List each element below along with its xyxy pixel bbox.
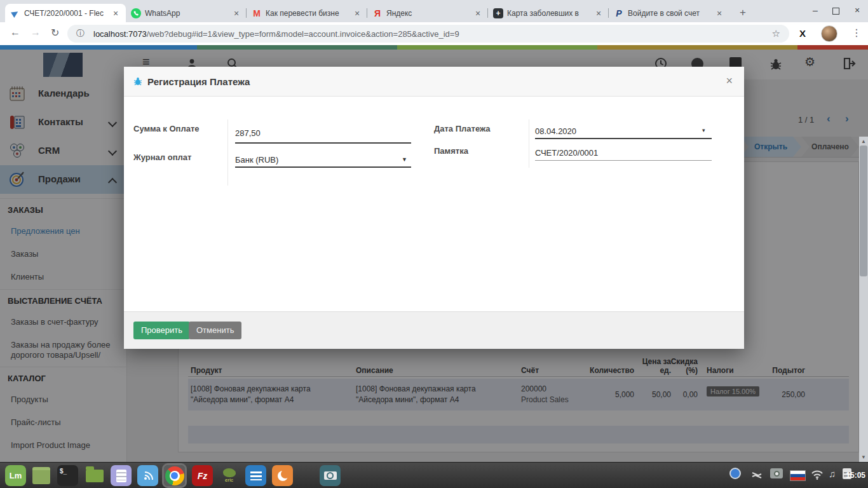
bookmark-star-icon[interactable]: ☆ xyxy=(772,28,780,39)
audio-music-icon[interactable]: ♫ xyxy=(829,468,836,479)
reload-icon[interactable]: ↻ xyxy=(51,27,59,39)
remote-viewer-icon[interactable] xyxy=(137,465,158,486)
memo-label: Памятка xyxy=(434,146,468,156)
chrome-icon[interactable] xyxy=(164,465,185,486)
tab-close-icon[interactable]: × xyxy=(352,8,362,18)
flectra-favicon xyxy=(10,8,20,18)
journal-underline xyxy=(235,166,411,168)
payment-date-label: Дата Платежа xyxy=(434,124,491,133)
forward-icon[interactable]: → xyxy=(31,27,41,38)
network-tool-icon[interactable] xyxy=(751,470,763,481)
extension-x-icon[interactable]: X xyxy=(799,28,806,39)
cancel-button[interactable]: Отменить xyxy=(189,322,241,339)
page-scrollbar[interactable]: ▲ ▼ xyxy=(859,137,868,462)
tab-flectra-invoice[interactable]: СЧЕТ/2020/0001 - Flec × xyxy=(5,4,126,22)
tab-title: WhatsApp xyxy=(145,9,227,18)
modal-close-icon[interactable]: × xyxy=(726,74,733,88)
url-path: /web?debug#id=1&view_type=form&model=acc… xyxy=(147,29,459,39)
journal-select[interactable]: Банк (RUB) xyxy=(235,155,278,165)
profile-avatar[interactable] xyxy=(821,25,837,42)
date-underline xyxy=(535,138,712,139)
keyboard-layout-ru-flag[interactable] xyxy=(790,470,806,481)
payment-date-input[interactable]: 08.04.2020 xyxy=(535,126,576,136)
tab-title: Карта заболевших в xyxy=(507,9,590,18)
journal-caret-icon[interactable]: ▼ xyxy=(402,156,407,163)
browser-tab-strip: СЧЕТ/2020/0001 - Flec × WhatsApp × M Как… xyxy=(0,0,868,22)
tab-close-icon[interactable]: × xyxy=(593,8,604,18)
bug-icon xyxy=(133,76,143,86)
window-close-button[interactable]: × xyxy=(848,0,867,22)
site-info-icon[interactable]: ⓘ xyxy=(76,28,85,39)
tab-title: СЧЕТ/2020/0001 - Flec xyxy=(24,9,107,18)
taskbar-clock: 15:05 xyxy=(846,471,865,480)
url-host: localhost:7073 xyxy=(93,29,147,39)
date-caret-icon[interactable]: ▾ xyxy=(702,127,705,133)
tab-yandex[interactable]: Я Яндекс × xyxy=(367,4,488,22)
amount-label: Сумма к Оплате xyxy=(133,124,200,133)
whatsapp-favicon xyxy=(131,8,141,18)
address-bar[interactable]: ⓘ localhost:7073/web?debug#id=1&view_typ… xyxy=(67,25,789,43)
paypal-favicon: P xyxy=(614,8,624,18)
tab-paypal[interactable]: P Войдите в свой счет × xyxy=(609,4,729,22)
tab-gmail[interactable]: M Как перевести бизне × xyxy=(247,4,367,22)
flectra-rainbow-strip xyxy=(0,45,868,50)
scrollbar-thumb[interactable] xyxy=(860,146,867,276)
window-restore-button[interactable] xyxy=(826,0,845,22)
tab-close-icon[interactable]: × xyxy=(111,8,121,18)
eric-label: eric xyxy=(225,477,233,483)
filezilla-icon[interactable]: Fz xyxy=(192,465,213,486)
map-favicon: + xyxy=(493,8,503,18)
form-column-divider xyxy=(227,119,228,186)
file-manager-icon[interactable] xyxy=(84,465,105,486)
scroll-up-icon[interactable]: ▲ xyxy=(859,139,868,144)
modal-title: Регистрация Платежа xyxy=(147,76,250,87)
show-desktop-icon[interactable] xyxy=(31,465,51,486)
terminal-icon[interactable]: $_ xyxy=(57,465,78,486)
mint-menu-icon[interactable]: Lm xyxy=(5,465,26,486)
register-payment-modal: Регистрация Платежа × Сумма к Оплате 287… xyxy=(124,67,744,349)
firewall-shield-icon[interactable] xyxy=(729,468,741,479)
text-editor-icon[interactable] xyxy=(111,465,132,486)
eric-ide-icon[interactable]: eric xyxy=(219,465,240,486)
wifi-icon[interactable] xyxy=(811,470,824,480)
tab-title: Войдите в свой счет xyxy=(628,9,710,18)
amount-underline xyxy=(235,142,411,144)
tab-covid-map[interactable]: + Карта заболевших в × xyxy=(488,4,609,22)
scroll-down-icon[interactable]: ▼ xyxy=(859,454,868,460)
tab-close-icon[interactable]: × xyxy=(714,8,724,18)
nvidia-icon[interactable] xyxy=(770,468,783,478)
tab-whatsapp[interactable]: WhatsApp × xyxy=(126,4,247,22)
gmail-favicon: M xyxy=(252,8,262,18)
browser-menu-icon[interactable]: ⋮ xyxy=(851,27,862,39)
taskbar: Lm $_ Fz eric 3 ♫ 15:05 xyxy=(0,462,868,488)
window-minimize-button[interactable]: – xyxy=(806,0,825,22)
form-column-divider xyxy=(529,119,529,168)
tab-title: Яндекс xyxy=(386,9,469,18)
tab-close-icon[interactable]: × xyxy=(473,8,483,18)
amount-input[interactable]: 287,50 xyxy=(235,128,261,138)
new-tab-button[interactable]: + xyxy=(735,4,751,21)
modal-footer: Проверить Отменить xyxy=(124,311,744,349)
writer-icon[interactable] xyxy=(245,465,266,486)
memo-input[interactable]: СЧЕТ/2020/0001 xyxy=(535,148,598,158)
screenshot-tool-icon[interactable] xyxy=(320,465,341,486)
modal-header: Регистрация Платежа × xyxy=(124,67,744,97)
yandex-favicon: Я xyxy=(372,8,383,18)
tab-title: Как перевести бизне xyxy=(266,9,348,18)
orange-app-icon[interactable] xyxy=(272,465,293,486)
tab-close-icon[interactable]: × xyxy=(231,8,241,18)
web-page: ≡ ⚙ Календарь Контакты CRM Продажи xyxy=(0,50,868,462)
journal-label: Журнал оплат xyxy=(133,152,191,162)
browser-toolbar: ← → ↻ ⓘ localhost:7073/web?debug#id=1&vi… xyxy=(0,22,868,45)
memo-underline xyxy=(535,160,712,161)
validate-button[interactable]: Проверить xyxy=(133,322,190,339)
url-text: localhost:7073/web?debug#id=1&view_type=… xyxy=(93,29,772,39)
back-icon[interactable]: ← xyxy=(10,27,20,38)
